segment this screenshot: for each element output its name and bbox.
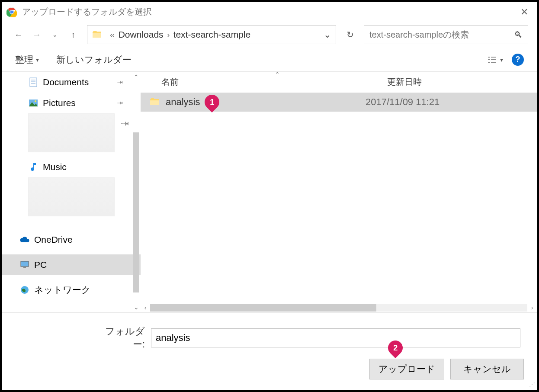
folder-picker-dialog: アップロードするフォルダを選択 ✕ ← → ⌄ ↑ « Downloads › … bbox=[2, 2, 537, 390]
organize-button[interactable]: 整理 ▾ bbox=[15, 54, 39, 66]
body: ⌃ Documents 📌︎ Pictures 📌︎ 📌︎ Music OneD… bbox=[2, 72, 537, 312]
dialog-title: アップロードするフォルダを選択 bbox=[22, 6, 152, 18]
sidebar-item-label: Documents bbox=[43, 77, 89, 87]
sidebar-item-pictures[interactable]: Pictures 📌︎ bbox=[2, 93, 141, 113]
new-folder-label: 新しいフォルダー bbox=[56, 54, 132, 66]
h-scrollbar[interactable]: ‹ › bbox=[141, 303, 537, 312]
organize-label: 整理 bbox=[15, 54, 33, 66]
sort-asc-icon[interactable]: ⌃ bbox=[275, 72, 280, 78]
refresh-button[interactable]: ↻ bbox=[342, 27, 358, 42]
pin-icon: 📌︎ bbox=[115, 98, 125, 108]
sidebar-item-label: Music bbox=[43, 162, 67, 172]
scroll-left-icon[interactable]: ‹ bbox=[141, 304, 150, 311]
music-icon bbox=[28, 162, 38, 172]
document-icon bbox=[28, 77, 38, 87]
file-date: 2017/11/09 11:21 bbox=[366, 96, 537, 108]
sidebar-item-network[interactable]: ネットワーク bbox=[2, 280, 141, 300]
details-view-icon bbox=[487, 56, 497, 64]
chevron-down-icon: ▾ bbox=[36, 56, 39, 63]
searchbox[interactable]: 🔍︎ bbox=[364, 25, 528, 44]
sidebar-item-label: PC bbox=[34, 260, 47, 270]
folder-icon bbox=[149, 97, 160, 107]
sidebar-thumb[interactable]: 📌︎ bbox=[28, 113, 115, 152]
help-button[interactable]: ? bbox=[512, 54, 524, 66]
folder-label: フォルダー: bbox=[93, 325, 145, 351]
sidebar-item-onedrive[interactable]: OneDrive bbox=[2, 229, 141, 250]
column-headers: ⌃ 名前 更新日時 bbox=[141, 72, 537, 93]
scrollbar-thumb[interactable] bbox=[150, 304, 376, 312]
col-header-date[interactable]: 更新日時 bbox=[387, 76, 537, 88]
pictures-icon bbox=[28, 98, 38, 108]
network-icon bbox=[19, 285, 30, 295]
file-list: analysis 2017/11/09 11:21 1 bbox=[141, 93, 537, 303]
scroll-down-icon[interactable]: ⌄ bbox=[134, 304, 139, 311]
cancel-button[interactable]: キャンセル bbox=[450, 359, 524, 379]
footer: フォルダー: 2 アップロード キャンセル ⋰ bbox=[2, 312, 537, 390]
view-button[interactable]: ▾ bbox=[487, 56, 503, 64]
file-name: analysis bbox=[166, 96, 200, 108]
sidebar-item-label: OneDrive bbox=[34, 235, 73, 245]
pc-icon bbox=[19, 260, 30, 270]
chevron-down-icon: ▾ bbox=[500, 56, 503, 63]
sidebar-item-documents[interactable]: Documents 📌︎ bbox=[2, 72, 141, 93]
back-button[interactable]: ← bbox=[11, 27, 26, 42]
forward-button[interactable]: → bbox=[29, 27, 45, 42]
chrome-icon bbox=[6, 7, 17, 17]
scroll-right-icon[interactable]: › bbox=[527, 304, 537, 311]
titlebar: アップロードするフォルダを選択 ✕ bbox=[2, 2, 537, 22]
scroll-track[interactable] bbox=[150, 304, 527, 312]
pin-icon: 📌︎ bbox=[115, 77, 125, 87]
svg-rect-10 bbox=[30, 78, 37, 87]
col-header-name[interactable]: 名前 bbox=[141, 76, 387, 88]
breadcrumb-prefix: « bbox=[110, 29, 115, 40]
pin-icon: 📌︎ bbox=[119, 116, 132, 130]
sidebar-item-pc[interactable]: PC bbox=[2, 254, 141, 275]
breadcrumb-current[interactable]: text-search-sample bbox=[173, 29, 251, 40]
svg-rect-18 bbox=[23, 267, 26, 268]
svg-rect-17 bbox=[21, 261, 29, 267]
sidebar-item-label: ネットワーク bbox=[34, 284, 91, 296]
toolbar: 整理 ▾ 新しいフォルダー ▾ ? bbox=[2, 48, 537, 72]
breadcrumb-downloads[interactable]: Downloads bbox=[119, 29, 164, 40]
onedrive-icon bbox=[19, 235, 30, 245]
svg-rect-19 bbox=[22, 268, 27, 268]
address-dropdown[interactable]: ⌄ bbox=[324, 29, 331, 40]
recent-dropdown[interactable]: ⌄ bbox=[47, 27, 63, 42]
sidebar-item-music[interactable]: Music bbox=[2, 157, 141, 177]
main: ⌃ 名前 更新日時 analysis 2017/11/09 11:21 1 ‹ … bbox=[141, 72, 537, 312]
navbar: ← → ⌄ ↑ « Downloads › text-search-sample… bbox=[2, 22, 537, 48]
resize-grip-icon[interactable]: ⋰ bbox=[529, 381, 535, 388]
folder-input[interactable] bbox=[151, 328, 520, 347]
svg-point-16 bbox=[35, 100, 36, 102]
sidebar-thumb[interactable] bbox=[28, 177, 115, 216]
sidebar: ⌃ Documents 📌︎ Pictures 📌︎ 📌︎ Music OneD… bbox=[2, 72, 141, 312]
search-input[interactable] bbox=[369, 30, 514, 40]
chevron-right-icon: › bbox=[167, 29, 170, 40]
new-folder-button[interactable]: 新しいフォルダー bbox=[56, 54, 132, 66]
sidebar-item-label: Pictures bbox=[43, 98, 76, 108]
table-row[interactable]: analysis 2017/11/09 11:21 1 bbox=[141, 93, 537, 112]
address-bar[interactable]: « Downloads › text-search-sample ⌄ bbox=[87, 25, 336, 44]
folder-icon bbox=[92, 29, 102, 40]
scrollbar-thumb[interactable] bbox=[133, 132, 139, 292]
search-icon[interactable]: 🔍︎ bbox=[514, 30, 523, 40]
close-icon[interactable]: ✕ bbox=[516, 4, 533, 20]
up-button[interactable]: ↑ bbox=[65, 27, 81, 42]
upload-button[interactable]: アップロード bbox=[369, 359, 444, 379]
